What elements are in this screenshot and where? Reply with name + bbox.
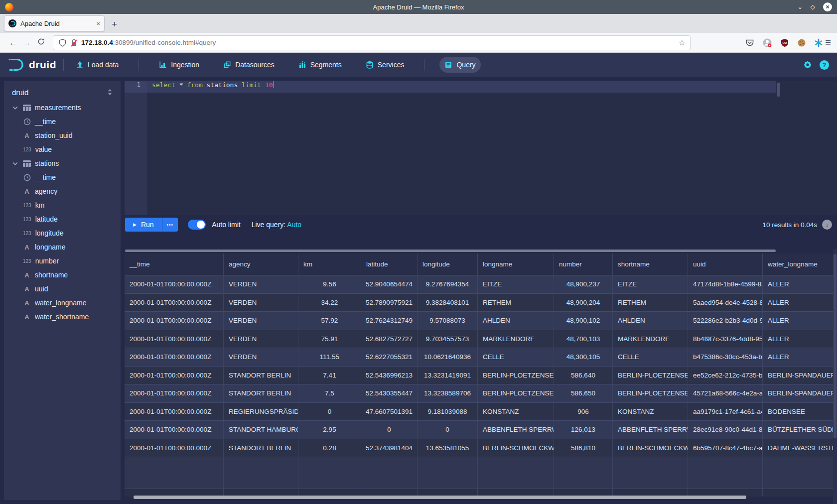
cell-latitude[interactable]: 52.5436996213 — [361, 367, 418, 384]
sidebar-column-measurements-station_uuid[interactable]: Astation_uuid — [4, 128, 121, 142]
live-query[interactable]: Live query: Auto — [252, 221, 301, 229]
schema-header[interactable]: druid — [4, 81, 121, 101]
menu-icon[interactable]: ≡ — [825, 37, 831, 48]
cell-agency[interactable]: STANDORT BERLIN — [224, 367, 298, 384]
editor-scrollbar[interactable] — [777, 83, 780, 97]
cell-water_longname[interactable]: BERLIN-SPANDAUER-S — [763, 384, 837, 402]
column-header-longname[interactable]: longname — [478, 253, 554, 275]
cell-km[interactable]: 7.5 — [298, 384, 361, 402]
sidebar-column-stations-longitude[interactable]: 123longitude — [4, 226, 121, 240]
cell-shortname[interactable]: CELLE — [613, 348, 688, 366]
minimize-icon[interactable]: ⌄ — [798, 4, 803, 10]
cell-longitude[interactable]: 9.3828408101 — [418, 294, 478, 312]
cell-shortname[interactable]: AHLDEN — [613, 312, 688, 330]
cell-shortname[interactable]: EITZE — [613, 275, 688, 293]
cell-uuid[interactable]: 45721a68-566c-4e2a-a6 — [688, 384, 763, 402]
cell-shortname[interactable]: RETHEM — [613, 294, 688, 312]
cell-km[interactable]: 57.92 — [298, 312, 361, 330]
results-top-scrollbar[interactable] — [125, 250, 776, 252]
run-button[interactable]: ▶Run — [125, 218, 162, 232]
cell-shortname[interactable]: BERLIN-PLOETZENSEE C — [613, 367, 688, 384]
cell-km[interactable]: 111.55 — [298, 348, 361, 366]
cell-shortname[interactable]: BERLIN-SCHMOECKWITZ — [613, 439, 688, 457]
cell-longname[interactable]: AHLDEN — [478, 312, 554, 330]
cell-number[interactable]: 126,013 — [554, 421, 613, 439]
cell-longitude[interactable]: 9.181039088 — [418, 403, 478, 421]
sidebar-column-measurements-__time[interactable]: __time — [4, 115, 121, 128]
results-vertical-scrollbar-thumb[interactable] — [834, 254, 837, 438]
column-header-number[interactable]: number — [554, 253, 613, 275]
cell-longname[interactable]: EITZE — [478, 275, 554, 293]
cell-latitude[interactable]: 52.6827572727 — [361, 330, 418, 348]
cell-longitude[interactable]: 0 — [418, 421, 478, 439]
cell-km[interactable]: 34.22 — [298, 294, 361, 312]
cell-water_longname[interactable]: BODENSEE — [763, 403, 837, 421]
cell-uuid[interactable]: ee52ce62-212c-4735-b4 — [688, 367, 763, 384]
cell-water_longname[interactable]: BÜTZFLETHER SÜDERE — [763, 421, 837, 439]
url-bar[interactable]: 172.18.0.4:30899/unified-console.html#qu… — [53, 35, 691, 50]
sidebar-column-stations-km[interactable]: 123km — [4, 198, 121, 212]
cell-longname[interactable]: CELLE — [478, 348, 554, 366]
cell-agency[interactable]: VERDEN — [224, 275, 298, 293]
cell-water_longname[interactable]: DAHME-WASSERSTRAS — [763, 439, 837, 457]
column-header-agency[interactable]: agency — [224, 253, 298, 275]
url-text[interactable]: 172.18.0.4:30899/unified-console.html#qu… — [81, 39, 675, 46]
new-tab-button[interactable]: + — [112, 19, 117, 30]
cell-agency[interactable]: STANDORT HAMBURG — [224, 421, 298, 439]
cell-agency[interactable]: STANDORT BERLIN — [224, 439, 298, 457]
cell-km[interactable]: 2.95 — [298, 421, 361, 439]
column-header-shortname[interactable]: shortname — [613, 253, 688, 275]
cell-longname[interactable]: BERLIN-PLOETZENSEE C — [478, 367, 554, 384]
auto-limit-toggle[interactable] — [188, 220, 206, 230]
pocket-icon[interactable] — [745, 38, 754, 47]
bookmark-star-icon[interactable]: ☆ — [679, 38, 685, 47]
sidebar-column-measurements-value[interactable]: 123value — [4, 142, 121, 156]
cell-km[interactable]: 0 — [298, 403, 361, 421]
column-header-uuid[interactable]: uuid — [688, 253, 763, 275]
nav-item-ingestion[interactable]: Ingestion — [154, 57, 204, 73]
cell-shortname[interactable]: BERLIN-PLOETZENSEE U — [613, 384, 688, 402]
sidebar-column-stations-latitude[interactable]: 123latitude — [4, 212, 121, 226]
cell-water_longname[interactable]: ALLER — [763, 312, 837, 330]
cell-longitude[interactable]: 9.7034557573 — [418, 330, 478, 348]
tab-apache-druid[interactable]: Apache Druid × — [4, 15, 105, 31]
sidebar-column-stations-uuid[interactable]: Auuid — [4, 282, 121, 296]
cell-longname[interactable]: ABBENFLETH SPERRWEI — [478, 421, 554, 439]
cell-longname[interactable]: KONSTANZ — [478, 403, 554, 421]
cell-longname[interactable]: BERLIN-SCHMOECKWITZ — [478, 439, 554, 457]
cell-number[interactable]: 586,810 — [554, 439, 613, 457]
cell-number[interactable]: 48,300,105 — [554, 348, 613, 366]
cell-agency[interactable]: VERDEN — [224, 312, 298, 330]
cell-latitude[interactable]: 52.9040654474 — [361, 275, 418, 293]
tab-close-icon[interactable]: × — [96, 20, 100, 27]
column-header-water_longname[interactable]: water_longname — [763, 253, 837, 275]
cell-__time[interactable]: 2000-01-01T00:00:00.000Z — [125, 275, 224, 293]
cell-shortname[interactable]: ABBENFLETH SPERRWEI — [613, 421, 688, 439]
cell-number[interactable]: 48,900,237 — [554, 275, 613, 293]
cell-longitude[interactable]: 10.0621640936 — [418, 348, 478, 366]
cell-water_longname[interactable]: ALLER — [763, 348, 837, 366]
cell-shortname[interactable]: KONSTANZ — [613, 403, 688, 421]
gear-icon[interactable] — [803, 60, 813, 70]
nav-item-services[interactable]: Services — [361, 57, 410, 73]
forward-button[interactable]: → — [20, 38, 34, 47]
download-icon[interactable]: ↓ — [822, 220, 832, 230]
cell-agency[interactable]: VERDEN — [224, 330, 298, 348]
cell-agency[interactable]: VERDEN — [224, 294, 298, 312]
cell-km[interactable]: 9.56 — [298, 275, 361, 293]
cell-__time[interactable]: 2000-01-01T00:00:00.000Z — [125, 367, 224, 384]
cell-km[interactable]: 7.41 — [298, 367, 361, 384]
cell-__time[interactable]: 2000-01-01T00:00:00.000Z — [125, 312, 224, 330]
cell-latitude[interactable]: 52.7890975921 — [361, 294, 418, 312]
cell-longitude[interactable]: 13.3238589706 — [418, 384, 478, 402]
maximize-icon[interactable]: ◇ — [811, 4, 815, 10]
tracking-shield-icon[interactable] — [58, 39, 66, 47]
reload-button[interactable] — [34, 38, 48, 47]
nav-item-segments[interactable]: Segments — [293, 57, 347, 73]
sidebar-table-stations[interactable]: stations — [4, 156, 121, 170]
cell-__time[interactable]: 2000-01-01T00:00:00.000Z — [125, 384, 224, 402]
extension-asterisk-icon[interactable] — [814, 38, 823, 47]
cell-longitude[interactable]: 9.2767694354 — [418, 275, 478, 293]
cell-__time[interactable]: 2000-01-01T00:00:00.000Z — [125, 330, 224, 348]
cell-uuid[interactable]: 28ec91e8-90c0-44d1-8f0 — [688, 421, 763, 439]
